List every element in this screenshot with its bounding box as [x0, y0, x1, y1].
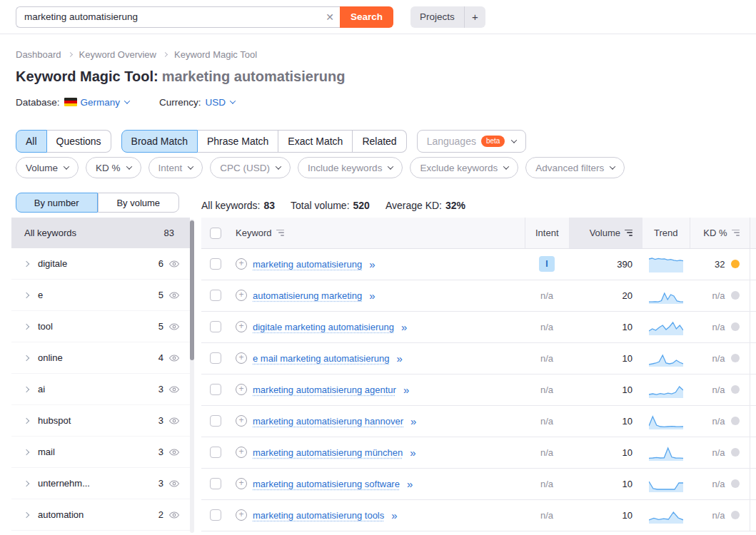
- intent-column-header[interactable]: Intent: [535, 228, 559, 238]
- row-checkbox[interactable]: [210, 352, 221, 364]
- keyword-link[interactable]: marketing automatisierung münchen: [253, 447, 403, 458]
- eye-icon[interactable]: [168, 321, 180, 332]
- open-keyword-icon[interactable]: »: [391, 509, 395, 521]
- languages-dropdown[interactable]: Languages beta: [417, 130, 527, 153]
- eye-icon[interactable]: [168, 447, 180, 458]
- kd-cell: n/a: [690, 311, 750, 342]
- row-checkbox[interactable]: [210, 384, 221, 395]
- toggle-by-number[interactable]: By number: [16, 193, 98, 213]
- search-input[interactable]: [16, 6, 340, 28]
- toggle-by-volume[interactable]: By volume: [98, 193, 180, 213]
- eye-icon[interactable]: [168, 352, 180, 364]
- keyword-group-item[interactable]: automation 2: [11, 499, 190, 531]
- all-keywords-group[interactable]: All keywords 83: [11, 218, 190, 248]
- row-checkbox[interactable]: [210, 321, 221, 332]
- eye-icon[interactable]: [168, 258, 180, 270]
- open-keyword-icon[interactable]: »: [369, 258, 373, 270]
- keyword-link[interactable]: marketing automatisierung tools: [253, 510, 384, 521]
- keyword-group-item[interactable]: digitale 6: [11, 248, 190, 280]
- open-keyword-icon[interactable]: »: [369, 290, 373, 302]
- kd-cell: n/a: [690, 468, 750, 499]
- keyword-link[interactable]: e mail marketing automatisierung: [253, 353, 389, 364]
- tab-related[interactable]: Related: [353, 130, 406, 153]
- filter-volume[interactable]: Volume: [16, 157, 79, 178]
- intent-cell: I: [525, 248, 569, 280]
- tab-exact-match[interactable]: Exact Match: [278, 130, 353, 153]
- eye-icon[interactable]: [168, 384, 180, 395]
- open-keyword-icon[interactable]: »: [396, 352, 400, 365]
- chevron-right-icon: [24, 355, 29, 360]
- breadcrumb-chevron-icon: [163, 51, 168, 56]
- keyword-group-item[interactable]: tool 5: [11, 311, 190, 342]
- currency-selector[interactable]: USD: [206, 97, 236, 108]
- keyword-group-item[interactable]: e 5: [11, 280, 190, 311]
- projects-button[interactable]: Projects: [410, 6, 464, 28]
- kd-column-header[interactable]: KD %: [703, 228, 739, 238]
- open-keyword-icon[interactable]: »: [403, 384, 408, 396]
- add-to-list-icon[interactable]: +: [236, 384, 247, 395]
- keyword-group-item[interactable]: ai 3: [11, 374, 190, 405]
- select-all-checkbox[interactable]: [210, 228, 221, 239]
- filter-exclude-keywords[interactable]: Exclude keywords: [410, 157, 518, 178]
- open-keyword-icon[interactable]: »: [410, 447, 414, 459]
- keyword-link[interactable]: marketing automatisierung hannover: [253, 416, 403, 427]
- add-to-list-icon[interactable]: +: [236, 258, 247, 270]
- add-to-list-icon[interactable]: +: [236, 478, 247, 489]
- filter-cpc-usd-[interactable]: CPC (USD): [210, 157, 291, 178]
- kd-dot-icon: [731, 291, 740, 300]
- add-to-list-icon[interactable]: +: [236, 415, 247, 427]
- keyword-link[interactable]: marketing automatisierung: [253, 259, 362, 270]
- add-project-button[interactable]: +: [464, 6, 485, 28]
- eye-icon[interactable]: [168, 478, 180, 489]
- keyword-link[interactable]: marketing automatisierung agentur: [253, 384, 396, 395]
- filter-kd-%[interactable]: KD %: [86, 157, 141, 178]
- row-checkbox[interactable]: [210, 290, 221, 301]
- keyword-table-row: + marketing automatisierung software » n…: [201, 468, 756, 499]
- keyword-group-item[interactable]: online 4: [11, 342, 190, 374]
- volume-cell: 390: [569, 248, 642, 280]
- add-to-list-icon[interactable]: +: [236, 352, 247, 364]
- chevron-down-icon: [388, 163, 393, 169]
- add-to-list-icon[interactable]: +: [236, 447, 247, 458]
- eye-icon[interactable]: [168, 509, 180, 521]
- keyword-link[interactable]: digitale marketing automatisierung: [253, 322, 394, 332]
- row-checkbox[interactable]: [210, 258, 221, 270]
- filter-intent[interactable]: Intent: [148, 157, 203, 178]
- row-checkbox[interactable]: [210, 447, 221, 458]
- keyword-column-header[interactable]: Keyword: [236, 228, 284, 238]
- clear-search-icon[interactable]: ✕: [326, 6, 334, 28]
- database-selector[interactable]: Germany: [81, 97, 130, 108]
- filter-include-keywords[interactable]: Include keywords: [298, 157, 403, 178]
- keyword-table-row: + marketing automatisierung tools » n/a …: [201, 499, 756, 531]
- search-button[interactable]: Search: [340, 6, 393, 28]
- open-keyword-icon[interactable]: »: [410, 415, 415, 427]
- add-to-list-icon[interactable]: +: [236, 509, 247, 521]
- keyword-magic-tool-page: ✕ Search Projects + DashboardKeyword Ove…: [0, 0, 756, 535]
- row-checkbox[interactable]: [210, 478, 221, 489]
- open-keyword-icon[interactable]: »: [401, 321, 405, 333]
- row-checkbox[interactable]: [210, 415, 221, 427]
- add-to-list-icon[interactable]: +: [236, 321, 247, 332]
- keyword-group-item[interactable]: unternehm... 3: [11, 468, 190, 499]
- open-keyword-icon[interactable]: »: [407, 478, 411, 490]
- filter-advanced-filters[interactable]: Advanced filters: [525, 157, 625, 178]
- add-to-list-icon[interactable]: +: [236, 290, 247, 301]
- row-checkbox[interactable]: [210, 509, 221, 521]
- breadcrumb-link[interactable]: Keyword Overview: [79, 49, 156, 60]
- eye-icon[interactable]: [168, 290, 180, 301]
- keyword-link[interactable]: automatisierung marketing: [253, 290, 362, 301]
- keyword-link[interactable]: marketing automatisierung software: [253, 479, 400, 489]
- tab-phrase-match[interactable]: Phrase Match: [198, 130, 278, 153]
- intent-badge: I: [539, 256, 555, 272]
- tab-all[interactable]: All: [16, 130, 47, 153]
- sidebar-scrollbar[interactable]: [190, 220, 194, 360]
- keyword-group-item[interactable]: hubspot 3: [11, 405, 190, 437]
- beta-badge: beta: [481, 136, 505, 147]
- keyword-group-item[interactable]: mail 3: [11, 437, 190, 468]
- keyword-table-row: + marketing automatisierung agentur » n/…: [201, 374, 756, 405]
- tab-questions[interactable]: Questions: [47, 130, 111, 153]
- volume-column-header[interactable]: Volume: [590, 228, 632, 238]
- eye-icon[interactable]: [168, 415, 180, 427]
- breadcrumb-link[interactable]: Dashboard: [16, 49, 61, 60]
- tab-broad-match[interactable]: Broad Match: [121, 130, 198, 153]
